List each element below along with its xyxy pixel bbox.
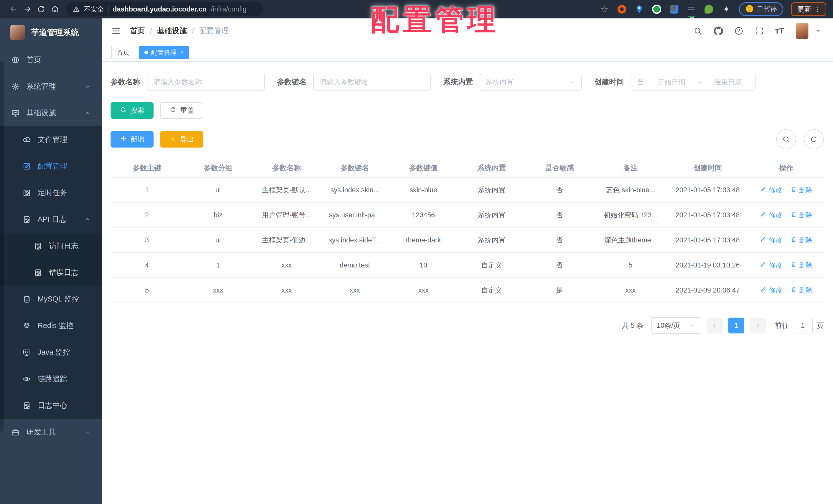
table-row: 5xxxxxxxxxxxx自定义是xxx2021-02-09 20:06:47修… xyxy=(111,278,825,303)
sidebar-item-api-log[interactable]: API 日志 xyxy=(0,206,102,233)
sidebar-item-file[interactable]: 文件管理 xyxy=(0,126,102,153)
search-button[interactable]: 搜索 xyxy=(111,102,153,119)
page-title-overlay: 配置管理 xyxy=(371,1,500,39)
search-icon[interactable] xyxy=(693,26,703,35)
tab-label: 首页 xyxy=(117,48,129,57)
user-avatar[interactable] xyxy=(795,23,808,39)
column-header: 参数名称 xyxy=(253,158,320,177)
sidebar-item-config[interactable]: 配置管理 xyxy=(0,153,102,179)
ext-on-badge-icon[interactable]: on xyxy=(687,4,696,14)
security-label: 不安全 xyxy=(84,5,104,14)
edit-link[interactable]: 修改 xyxy=(760,286,782,295)
sidebar-item-trace[interactable]: 链路追踪 xyxy=(0,366,102,392)
ext-blue-pin-icon[interactable] xyxy=(635,4,644,14)
table-row: 41xxxdemo.test10自定义否52021-01-19 03:10:26… xyxy=(111,253,825,278)
delete-link[interactable]: 删除 xyxy=(790,286,812,295)
sidebar-scrollbar[interactable] xyxy=(0,61,4,432)
chevron-down-icon[interactable] xyxy=(815,28,822,34)
sidebar-item-label: MySQL 监控 xyxy=(38,294,79,304)
goto-page-input[interactable] xyxy=(793,318,813,333)
sidebar-item-redis[interactable]: Redis 监控 xyxy=(0,312,102,339)
sidebar-item-home[interactable]: 首页 xyxy=(0,47,102,73)
pagination: 共 5 条 10条/页 1 前往 页 xyxy=(111,317,825,334)
sidebar-item-dev-tools[interactable]: 研发工具 xyxy=(0,419,102,446)
cell-key: sys.index.sideT... xyxy=(321,228,389,253)
page-number-button[interactable]: 1 xyxy=(728,318,744,333)
goto-label: 前往 xyxy=(775,321,789,330)
prev-page-button[interactable] xyxy=(707,318,723,333)
delete-link[interactable]: 删除 xyxy=(790,211,812,220)
breadcrumb-item[interactable]: 首页 xyxy=(130,26,145,36)
tools-icon xyxy=(11,428,20,436)
address-bar[interactable]: 不安全 dashboard.yudao.iocoder.cn/infra/con… xyxy=(66,2,263,16)
breadcrumb-separator: / xyxy=(192,27,194,35)
browser-home-icon[interactable] xyxy=(48,2,62,16)
toggle-search-button[interactable] xyxy=(776,129,796,149)
tab-首页[interactable]: 首页 xyxy=(111,46,135,59)
edit-link[interactable]: 修改 xyxy=(760,211,782,220)
clock-icon xyxy=(23,189,31,197)
page-size-select[interactable]: 10条/页 xyxy=(651,317,701,334)
cell-remark: 初始化密码 123... xyxy=(593,203,668,228)
edit-link[interactable]: 修改 xyxy=(760,186,782,195)
filter-date-label: 创建时间 xyxy=(594,77,624,87)
plus-icon xyxy=(120,135,127,144)
help-icon[interactable] xyxy=(734,26,743,35)
next-page-button[interactable] xyxy=(750,318,766,333)
column-header: 参数分组 xyxy=(184,158,253,177)
sidebar-item-label: Redis 监控 xyxy=(38,321,73,331)
cell-group: biz xyxy=(184,203,253,228)
sidebar-item-access-log[interactable]: 访问日志 xyxy=(0,233,102,259)
sidebar-logo[interactable]: 芋道管理系统 xyxy=(0,19,102,47)
cell-id: 4 xyxy=(111,253,184,278)
browser-forward-icon[interactable] xyxy=(21,2,34,16)
sidebar-item-job[interactable]: 定时任务 xyxy=(0,179,102,206)
refresh-table-button[interactable] xyxy=(804,129,824,149)
ext-white-star-icon[interactable]: ✦ xyxy=(721,4,731,14)
sidebar-item-label: 日志中心 xyxy=(38,400,67,411)
edit-link[interactable]: 修改 xyxy=(760,236,782,245)
breadcrumb-separator: / xyxy=(150,27,152,35)
breadcrumb-item[interactable]: 基础设施 xyxy=(157,26,187,36)
java-icon xyxy=(23,348,31,357)
sidebar-item-java[interactable]: Java 监控 xyxy=(0,339,102,366)
font-size-icon[interactable]: тT xyxy=(775,26,784,35)
column-header: 备注 xyxy=(593,158,668,177)
browser-back-icon[interactable] xyxy=(7,2,21,16)
browser-reload-icon[interactable] xyxy=(34,2,48,16)
date-range-picker[interactable]: 开始日期 - 结束日期 xyxy=(630,74,756,91)
bookmark-star-icon[interactable]: ☆ xyxy=(600,4,609,14)
param-key-input[interactable] xyxy=(313,74,431,91)
cell-type: 自定义 xyxy=(457,278,525,303)
sidebar-item-error-log[interactable]: 错误日志 xyxy=(0,259,102,286)
delete-link[interactable]: 删除 xyxy=(790,186,812,195)
ext-green-circle-icon[interactable] xyxy=(652,4,662,14)
browser-menu-kebab-icon[interactable] xyxy=(814,5,822,13)
delete-link[interactable]: 删除 xyxy=(790,261,812,270)
profile-paused-pill[interactable]: 已暂停 xyxy=(739,2,783,16)
sidebar-item-log-center[interactable]: 日志中心 xyxy=(0,392,102,419)
type-select[interactable]: 系统内置 xyxy=(480,74,582,91)
github-icon[interactable] xyxy=(714,26,723,35)
sidebar-item-mysql[interactable]: MySQL 监控 xyxy=(0,286,102,312)
edit-link[interactable]: 修改 xyxy=(760,261,782,270)
ext-green-leaf-icon[interactable] xyxy=(704,4,714,14)
sidebar-item-infra[interactable]: 基础设施 xyxy=(0,100,102,126)
tab-配置管理[interactable]: 配置管理× xyxy=(139,46,189,59)
ext-slate-square-icon[interactable] xyxy=(669,4,679,14)
sidebar-item-label: 配置管理 xyxy=(38,161,67,171)
reset-button[interactable]: 重置 xyxy=(160,102,203,119)
sidebar-item-system[interactable]: 系统管理 xyxy=(0,73,102,100)
param-name-input[interactable] xyxy=(147,74,265,91)
refresh-icon xyxy=(169,106,176,115)
browser-update-button[interactable]: 更新 xyxy=(791,2,826,16)
hamburger-icon[interactable] xyxy=(111,26,121,36)
column-header: 参数主键 xyxy=(111,158,184,177)
add-button[interactable]: 新增 xyxy=(111,131,153,148)
cell-actions: 修改删除 xyxy=(747,177,825,203)
export-button[interactable]: 导出 xyxy=(160,131,203,148)
ext-orange-ring-icon[interactable] xyxy=(617,4,627,14)
delete-link[interactable]: 删除 xyxy=(790,236,812,245)
fullscreen-icon[interactable] xyxy=(755,26,764,35)
close-icon[interactable]: × xyxy=(180,49,184,56)
